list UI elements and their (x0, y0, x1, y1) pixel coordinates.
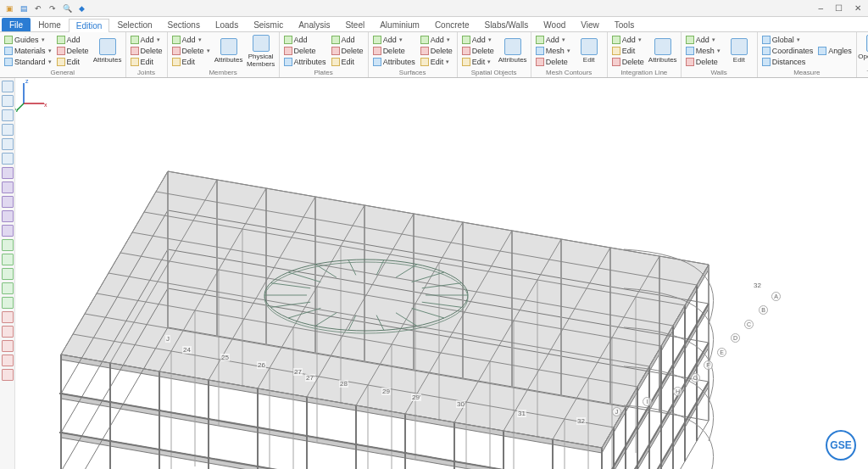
add-button[interactable]: Add (55, 34, 91, 45)
redo-icon[interactable]: ↷ (47, 3, 58, 14)
tab-sections[interactable]: Sections (160, 18, 208, 31)
delete-button[interactable]: Delete (534, 56, 572, 67)
edit-button[interactable]: Edit (170, 56, 212, 67)
cube-1-tool[interactable] (2, 239, 14, 251)
close-button[interactable]: ✕ (851, 3, 865, 13)
global-button[interactable]: Global▾ (760, 34, 815, 45)
delete-button[interactable]: Delete (330, 45, 365, 56)
group-label: Tools (860, 68, 868, 77)
zoom-window-tool[interactable] (2, 153, 14, 165)
tab-slabs-walls[interactable]: Slabs/Walls (476, 18, 536, 31)
add-button[interactable]: Add▾ (129, 34, 164, 45)
standard-button[interactable]: Standard▾ (3, 56, 53, 67)
delete-button[interactable]: Delete (419, 45, 454, 56)
delete-button[interactable]: Delete (610, 56, 646, 67)
svg-text:x: x (44, 102, 47, 108)
add-button[interactable]: Add (330, 34, 365, 45)
maximize-button[interactable]: ☐ (832, 3, 846, 13)
tab-view[interactable]: View (573, 18, 607, 31)
iso-view-tool[interactable] (2, 167, 14, 179)
panel-3-tool[interactable] (2, 340, 14, 352)
globe-tool[interactable] (2, 95, 14, 107)
edit-button[interactable]: Edit (724, 34, 754, 68)
delete-button[interactable]: Delete (282, 45, 328, 56)
add-button[interactable]: Add▾ (460, 34, 496, 45)
group-label: Integration Line (610, 68, 678, 77)
side-view-tool[interactable] (2, 196, 14, 208)
operations-button[interactable]: Operations ▾ (860, 34, 868, 68)
tab-steel[interactable]: Steel (337, 18, 372, 31)
zoom-extents-tool[interactable] (2, 138, 14, 150)
panel-2-tool[interactable] (2, 326, 14, 338)
coordinates-button[interactable]: Coordinates (760, 45, 815, 56)
add-button[interactable]: Add▾ (371, 34, 417, 45)
front-view-tool[interactable] (2, 181, 14, 193)
grid-label-right: F (704, 360, 713, 370)
physical-members-button[interactable]: Physical Members (246, 34, 276, 68)
app-icon[interactable]: ◆ (75, 3, 87, 14)
attributes-button[interactable]: Attributes (282, 56, 328, 67)
delete-button[interactable]: Delete (460, 45, 496, 56)
tab-seismic[interactable]: Seismic (246, 18, 291, 31)
attributes-button[interactable]: Attributes (92, 34, 123, 68)
tab-home[interactable]: Home (31, 18, 69, 31)
tab-wood[interactable]: Wood (536, 18, 573, 31)
top-view-tool[interactable] (2, 210, 14, 222)
folder-open-icon[interactable]: ▣ (3, 3, 15, 14)
tab-analysis[interactable]: Analysis (291, 18, 337, 31)
attributes-button[interactable]: Attributes (214, 34, 244, 68)
grid-tool[interactable] (2, 282, 14, 294)
panel-4-tool[interactable] (2, 355, 14, 366)
tab-loads[interactable]: Loads (208, 18, 246, 31)
group-label: Walls (684, 68, 754, 77)
edit-button[interactable]: Edit▾ (460, 56, 496, 67)
undo-icon[interactable]: ↶ (32, 3, 44, 14)
minimize-button[interactable]: – (815, 3, 826, 13)
add-button[interactable]: Add▾ (534, 34, 572, 45)
tab-edition[interactable]: Edition (69, 19, 110, 32)
perspective-tool[interactable] (2, 225, 14, 237)
angles-button[interactable]: Angles (816, 45, 854, 56)
guides-button[interactable]: Guides▾ (3, 34, 53, 45)
structural-model (15, 78, 868, 469)
panel-1-tool[interactable] (2, 311, 14, 323)
tab-selection[interactable]: Selection (109, 18, 159, 31)
edit-button[interactable]: Edit (610, 45, 646, 56)
cube-2-tool[interactable] (2, 254, 14, 265)
delete-button[interactable]: Delete (55, 45, 91, 56)
delete-button[interactable]: Delete▾ (170, 45, 212, 56)
attributes-button[interactable]: Attributes (498, 34, 528, 68)
mesh-button[interactable]: Mesh▾ (684, 45, 722, 56)
panel-5-tool[interactable] (2, 369, 14, 381)
attributes-button[interactable]: Attributes (371, 56, 417, 67)
add-button[interactable]: Add (282, 34, 328, 45)
add-button[interactable]: Add▾ (419, 34, 454, 45)
tab-tools[interactable]: Tools (607, 18, 642, 31)
tab-concrete[interactable]: Concrete (427, 18, 477, 31)
cube-3-tool[interactable] (2, 268, 14, 280)
viewport-3d[interactable]: J2425262727'282929'30313232ABCDEFGHIJ z … (15, 78, 868, 469)
circle-tool[interactable] (2, 109, 14, 121)
distances-button[interactable]: Distances (760, 56, 815, 67)
edit-button[interactable]: Edit▾ (419, 56, 454, 67)
edit-button[interactable]: Edit (574, 34, 604, 68)
delete-button[interactable]: Delete (129, 45, 164, 56)
save-icon[interactable]: ▤ (18, 3, 30, 14)
delete-button[interactable]: Delete (371, 45, 417, 56)
add-button[interactable]: Add▾ (610, 34, 646, 45)
tab-file[interactable]: File (2, 18, 31, 31)
materials-button[interactable]: Materials▾ (3, 45, 53, 56)
edit-button[interactable]: Edit (55, 56, 91, 67)
add-button[interactable]: Add▾ (170, 34, 212, 45)
tab-aluminium[interactable]: Aluminium (372, 18, 427, 31)
add-button[interactable]: Add▾ (684, 34, 722, 45)
edit-button[interactable]: Edit (330, 56, 365, 67)
cursor-tool[interactable] (2, 81, 14, 92)
attributes-button[interactable]: Attributes (648, 34, 678, 68)
mesh-button[interactable]: Mesh▾ (534, 45, 572, 56)
delete-button[interactable]: Delete (684, 56, 722, 67)
search-icon[interactable]: 🔍 (61, 3, 73, 14)
dot-tool[interactable] (2, 124, 14, 136)
crosshair-tool[interactable] (2, 297, 14, 309)
edit-button[interactable]: Edit (129, 56, 164, 67)
